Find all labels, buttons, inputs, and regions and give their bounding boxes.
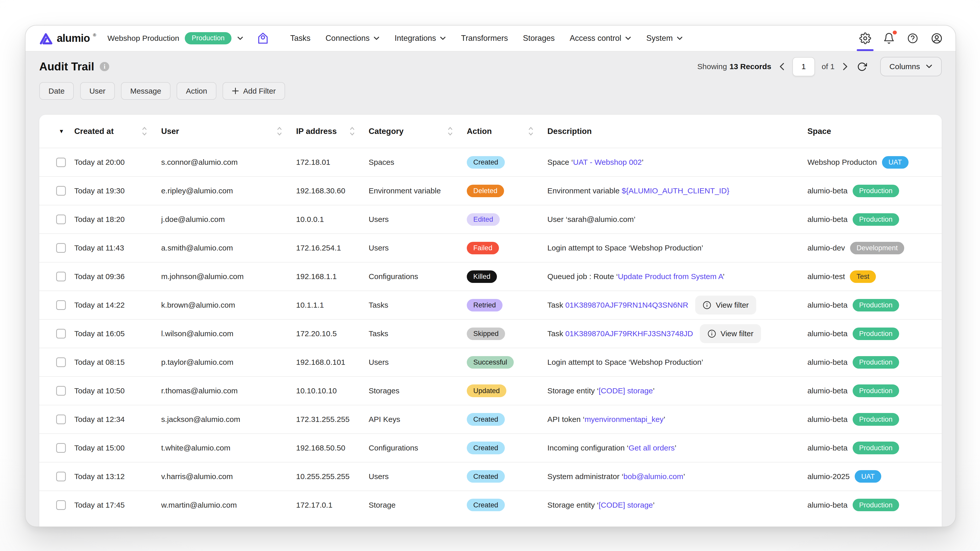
space-name: alumio-2025: [808, 472, 850, 481]
row-checkbox[interactable]: [56, 329, 66, 338]
page-header: Audit Trail i Showing13 Records 1 of 1: [39, 57, 942, 76]
select-cell: [39, 386, 74, 395]
select-cell: [39, 357, 74, 367]
action-cell: Edited: [467, 213, 547, 226]
sort-icon[interactable]: [277, 127, 282, 136]
row-checkbox[interactable]: [56, 472, 66, 481]
audit-trail-table: ▼ Created atUserIP addressCategoryAction…: [39, 115, 942, 527]
filter-button-action[interactable]: Action: [177, 82, 216, 100]
column-header-category[interactable]: Category: [369, 127, 466, 136]
user-cell: p.taylor@alumio.com: [161, 358, 296, 367]
created-at-cell: Today at 20:00: [74, 158, 161, 167]
column-header-ip-address[interactable]: IP address: [296, 127, 369, 136]
row-checkbox[interactable]: [56, 243, 66, 253]
nav-item-transformers[interactable]: Transformers: [461, 34, 508, 43]
page-input[interactable]: 1: [792, 57, 815, 76]
column-header-user[interactable]: User: [161, 127, 296, 136]
row-checkbox[interactable]: [56, 158, 66, 167]
home-environment-button[interactable]: [257, 32, 269, 44]
action-badge: Created: [467, 413, 505, 426]
nav-item-label: Integrations: [395, 34, 436, 43]
nav-item-system[interactable]: System: [646, 34, 682, 43]
table-row: Today at 15:00t.white@alumio.com192.168.…: [39, 433, 942, 462]
nav-item-label: Storages: [523, 34, 555, 43]
nav-item-storages[interactable]: Storages: [523, 34, 555, 43]
expand-all-caret-icon[interactable]: ▼: [39, 128, 74, 135]
description-link[interactable]: UAT - Webshop 002: [573, 158, 641, 166]
previous-page-button[interactable]: [778, 61, 786, 72]
filter-button-user[interactable]: User: [80, 82, 115, 100]
category-cell: Users: [369, 244, 466, 252]
user-avatar-icon: [931, 32, 943, 44]
description-link[interactable]: Update Product from System A: [618, 272, 723, 281]
help-button[interactable]: [907, 25, 919, 51]
row-checkbox[interactable]: [56, 386, 66, 395]
info-icon[interactable]: i: [100, 62, 109, 71]
created-at-cell: Today at 12:34: [74, 415, 161, 424]
action-badge: Created: [467, 470, 505, 483]
environment-badge: Production: [853, 499, 899, 511]
filter-button-date[interactable]: Date: [39, 82, 74, 100]
column-header-action[interactable]: Action: [467, 127, 547, 136]
row-checkbox[interactable]: [56, 357, 66, 367]
table-row: Today at 17:45w.martin@alumio.com172.17.…: [39, 491, 942, 519]
description-link[interactable]: Get all orders: [628, 444, 675, 452]
filter-button-message[interactable]: Message: [121, 82, 170, 100]
bell-icon: [883, 32, 895, 44]
view-filter-label: View filter: [721, 329, 753, 338]
user-cell: t.white@alumio.com: [161, 444, 296, 452]
sort-icon[interactable]: [528, 127, 534, 136]
created-at-cell: Today at 17:45: [74, 501, 161, 510]
nav-item-tasks[interactable]: Tasks: [290, 34, 310, 43]
row-checkbox[interactable]: [56, 272, 66, 281]
nav-item-integrations[interactable]: Integrations: [395, 34, 446, 43]
alumio-logo[interactable]: alumio ®: [38, 30, 96, 46]
row-checkbox[interactable]: [56, 214, 66, 224]
view-filter-button[interactable]: View filter: [700, 324, 761, 343]
row-checkbox[interactable]: [56, 443, 66, 453]
description-link[interactable]: [CODE] storage: [599, 501, 653, 509]
sort-icon[interactable]: [142, 127, 147, 136]
description-link[interactable]: ${ALUMIO_AUTH_CLIENT_ID}: [622, 186, 729, 195]
row-checkbox[interactable]: [56, 414, 66, 424]
description-link[interactable]: [CODE] storage: [599, 386, 653, 395]
space-name: alumio-beta: [808, 358, 848, 367]
row-checkbox[interactable]: [56, 500, 66, 510]
nav-item-access-control[interactable]: Access control: [570, 34, 631, 43]
description-link[interactable]: bob@alumio.com: [624, 472, 683, 481]
description-cell: Storage entity ‘[CODE] storage’: [547, 501, 808, 510]
sort-icon[interactable]: [447, 127, 453, 136]
sort-icon[interactable]: [349, 127, 355, 136]
row-checkbox[interactable]: [56, 186, 66, 196]
columns-button[interactable]: Columns: [880, 57, 942, 76]
add-filter-button[interactable]: Add Filter: [223, 82, 285, 100]
page-content: Audit Trail i Showing13 Records 1 of 1: [25, 52, 956, 527]
description-link[interactable]: 01K389870AJF79RKHFJ3SN3748JD: [565, 329, 693, 338]
pagination-bar: Showing13 Records 1 of 1: [697, 57, 942, 76]
description-link[interactable]: 01K389870AJF79RN1N4Q3SN6NR: [565, 301, 688, 309]
created-at-cell: Today at 14:22: [74, 301, 161, 310]
space-env-badge: Production: [185, 32, 231, 44]
space-switcher[interactable]: Webshop Production Production: [107, 32, 243, 44]
action-cell: Updated: [467, 384, 547, 397]
settings-button[interactable]: [859, 25, 871, 51]
refresh-button[interactable]: [856, 60, 868, 73]
next-page-button[interactable]: [842, 61, 849, 72]
refresh-icon: [857, 62, 867, 72]
view-filter-button[interactable]: View filter: [695, 295, 756, 314]
ip-address-cell: 10.0.0.1: [296, 215, 369, 224]
page-total-label: of 1: [821, 62, 835, 71]
notifications-button[interactable]: [883, 25, 895, 51]
nav-item-label: Connections: [325, 34, 369, 43]
nav-item-connections[interactable]: Connections: [325, 34, 380, 43]
user-cell: r.thomas@alumio.com: [161, 386, 296, 395]
description-link[interactable]: myenvironmentapi_key: [584, 415, 663, 424]
description-text: Space ‘UAT - Webshop 002’: [547, 158, 644, 167]
column-header-created-at[interactable]: Created at: [74, 127, 161, 136]
created-at-cell: Today at 11:43: [74, 244, 161, 252]
table-row: Today at 11:43a.smith@alumio.com172.16.2…: [39, 233, 942, 262]
environment-badge: UAT: [882, 156, 908, 168]
account-button[interactable]: [931, 25, 943, 51]
row-checkbox[interactable]: [56, 300, 66, 310]
created-at-cell: Today at 16:05: [74, 329, 161, 338]
